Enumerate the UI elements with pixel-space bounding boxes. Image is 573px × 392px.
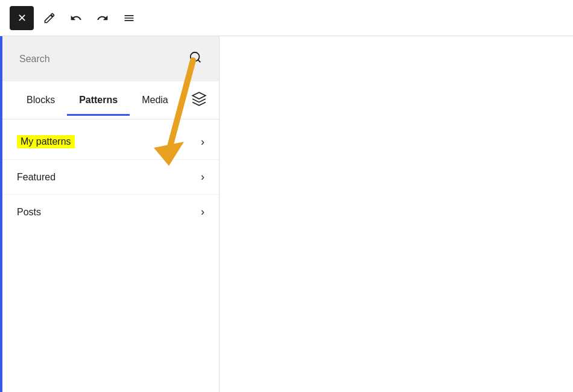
edit-button[interactable] [39,7,60,29]
pattern-list: My patterns › Featured › Posts › [2,119,219,392]
tab-media[interactable]: Media [130,85,180,115]
tab-blocks[interactable]: Blocks [14,85,67,115]
menu-icon [123,12,135,24]
inserter-icon[interactable] [191,81,207,119]
chevron-featured: › [201,171,204,183]
undo-icon [70,12,82,24]
edit-icon [43,12,55,24]
search-bar [12,46,209,72]
pattern-item-my-patterns[interactable]: My patterns › [2,124,219,160]
menu-button[interactable] [118,7,140,29]
search-icon [189,51,202,67]
pattern-item-posts[interactable]: Posts › [2,195,219,229]
chevron-my-patterns: › [201,136,204,148]
toolbar: ✕ [0,0,573,36]
search-area [2,36,219,81]
content-area [220,36,573,392]
pattern-item-featured[interactable]: Featured › [2,160,219,195]
pattern-label-featured: Featured [17,172,55,183]
inserter-panel: Blocks Patterns Media My patterns › Feat… [2,36,220,392]
pattern-label-posts: Posts [17,207,41,218]
undo-button[interactable] [65,7,87,29]
tab-patterns[interactable]: Patterns [67,85,130,115]
svg-line-1 [198,60,200,62]
main-content: Blocks Patterns Media My patterns › Feat… [0,36,573,392]
svg-point-0 [191,52,200,62]
redo-icon [97,12,109,24]
close-button[interactable]: ✕ [10,6,34,30]
chevron-posts: › [201,206,204,218]
tabs-bar: Blocks Patterns Media [2,81,219,119]
redo-button[interactable] [92,7,113,29]
search-input[interactable] [19,54,184,65]
pattern-label-my-patterns: My patterns [17,135,75,148]
